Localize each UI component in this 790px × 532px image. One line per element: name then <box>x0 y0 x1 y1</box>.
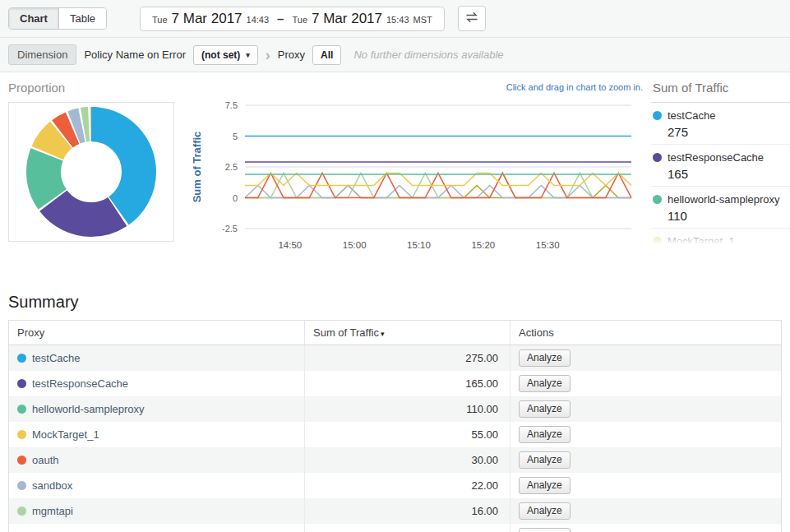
policy-dimension-label: Policy Name on Error <box>84 49 186 61</box>
policy-value: (not set) <box>201 49 240 61</box>
analyze-button[interactable]: Analyze <box>519 426 571 443</box>
legend-item[interactable]: testResponseCache165 <box>651 145 790 187</box>
analyze-button[interactable]: Analyze <box>519 349 571 367</box>
legend-series-name: helloworld-sampleproxy <box>668 193 780 206</box>
legend-panel: Sum of Traffic testCache275testResponseC… <box>651 77 790 247</box>
traffic-chart-panel: Click and drag in chart to zoom in. 7.55… <box>189 72 646 283</box>
traffic-value-cell: 22.00 <box>305 473 510 498</box>
series-color-dot <box>17 430 26 439</box>
summary-table: Proxy Sum of Traffic▾ Actions testCache2… <box>8 320 782 532</box>
summary-section: Summary Proxy Sum of Traffic▾ Actions te… <box>0 293 790 532</box>
actions-cell: Analyze <box>510 498 782 524</box>
svg-text:14:50: 14:50 <box>278 240 302 250</box>
series-color-dot <box>653 195 662 204</box>
legend-item[interactable]: helloworld-sampleproxy110 <box>651 187 790 229</box>
proxy-cell: MockTarget_1 <box>9 422 305 447</box>
legend-title: Sum of Traffic <box>651 77 790 103</box>
proxy-cell: helloworld-sampleproxy <box>9 396 305 422</box>
top-toolbar: Chart Table Tue 7 Mar 2017 14:43 – Tue 7… <box>0 0 790 38</box>
swap-arrows-icon <box>465 12 478 25</box>
series-color-dot <box>653 153 662 162</box>
legend-item[interactable]: testCache275 <box>651 103 790 145</box>
analyze-button[interactable]: Analyze <box>519 477 571 494</box>
series-color-dot <box>17 354 26 363</box>
dimension-chip: Dimension <box>8 44 76 65</box>
actions-cell: Analyze <box>510 524 782 532</box>
proxy-cell: mgmtapi <box>9 498 305 524</box>
series-color-dot <box>17 507 26 516</box>
table-row: testCache275.00Analyze <box>9 345 782 372</box>
start-date: 7 Mar 2017 <box>172 11 243 27</box>
proxy-filter-button[interactable]: All <box>312 45 341 65</box>
proxy-filter-value: All <box>321 49 333 61</box>
legend-series-value: 110 <box>668 209 790 223</box>
series-color-dot <box>17 405 26 414</box>
col-proxy: Proxy <box>9 321 305 345</box>
traffic-value-cell: 165.00 <box>305 371 510 396</box>
series-color-dot <box>17 481 26 490</box>
end-day-name: Tue <box>292 15 307 25</box>
chart-tab[interactable]: Chart <box>9 8 58 29</box>
legend-series-value: 275 <box>668 125 790 139</box>
view-toggle: Chart Table <box>8 7 107 30</box>
zoom-hint-text: Click and drag in chart to zoom in. <box>506 82 643 92</box>
series-color-dot <box>17 456 26 465</box>
date-range-picker[interactable]: Tue 7 Mar 2017 14:43 – Tue 7 Mar 2017 15… <box>140 7 445 31</box>
summary-heading: Summary <box>8 293 782 312</box>
chevron-down-icon: ▾ <box>246 51 250 59</box>
traffic-line-chart[interactable]: 7.552.50-2.514:5015:0015:1015:2015:30Sum… <box>189 94 646 258</box>
table-row: oauth30.00Analyze <box>9 447 782 473</box>
proportion-title: Proportion <box>8 81 174 95</box>
col-sum-of-traffic[interactable]: Sum of Traffic▾ <box>305 321 510 345</box>
svg-text:15:20: 15:20 <box>471 240 495 250</box>
svg-text:15:10: 15:10 <box>407 240 431 250</box>
table-header-row: Proxy Sum of Traffic▾ Actions <box>9 321 782 345</box>
actions-cell: Analyze <box>510 422 782 447</box>
proxy-cell: testCache <box>9 345 305 372</box>
table-row: mgmtapi16.00Analyze <box>9 498 782 524</box>
table-row: MockTarget_155.00Analyze <box>9 422 782 447</box>
legend-series-value: 165 <box>668 167 790 181</box>
proportion-donut-chart[interactable] <box>25 106 157 238</box>
analytics-page: Chart Table Tue 7 Mar 2017 14:43 – Tue 7… <box>0 0 790 532</box>
actions-cell: Analyze <box>510 396 782 422</box>
chevron-right-icon: › <box>266 48 270 62</box>
svg-text:15:30: 15:30 <box>536 240 560 250</box>
actions-cell: Analyze <box>510 371 782 396</box>
donut-chart-box <box>8 102 174 242</box>
legend-list[interactable]: testCache275testResponseCache165hellowor… <box>651 103 790 247</box>
legend-item[interactable]: MockTarget_155 <box>651 229 790 247</box>
analyze-button[interactable]: Analyze <box>519 451 571 469</box>
legend-series-name: MockTarget_1 <box>668 235 735 247</box>
table-row: MockTarget_23.00Analyze <box>9 524 782 532</box>
sort-caret-icon: ▾ <box>381 330 385 338</box>
policy-value-dropdown[interactable]: (not set) ▾ <box>193 45 258 65</box>
proxy-cell: oauth <box>9 447 305 473</box>
timezone-label: MST <box>413 15 432 25</box>
start-day-name: Tue <box>152 15 168 25</box>
analyze-button[interactable]: Analyze <box>519 502 571 520</box>
analyze-button[interactable]: Analyze <box>519 528 571 532</box>
actions-cell: Analyze <box>510 473 782 498</box>
date-range-separator: – <box>277 12 284 25</box>
proportion-panel: Proportion <box>8 81 174 242</box>
analyze-button[interactable]: Analyze <box>519 375 571 392</box>
svg-text:15:00: 15:00 <box>343 240 367 250</box>
svg-text:-2.5: -2.5 <box>222 224 238 234</box>
refresh-button[interactable] <box>458 6 486 31</box>
col-actions: Actions <box>510 321 782 345</box>
traffic-value-cell: 55.00 <box>305 422 510 447</box>
svg-text:0: 0 <box>233 193 238 203</box>
dimension-toolbar: Dimension Policy Name on Error (not set)… <box>0 38 790 72</box>
analyze-button[interactable]: Analyze <box>519 400 571 418</box>
series-color-dot <box>17 379 26 388</box>
table-tab[interactable]: Table <box>58 8 106 29</box>
svg-text:2.5: 2.5 <box>225 162 238 172</box>
legend-series-name: testCache <box>668 109 716 122</box>
actions-cell: Analyze <box>510 447 782 473</box>
traffic-value-cell: 30.00 <box>305 447 510 473</box>
legend-series-name: testResponseCache <box>668 151 764 164</box>
series-color-dot <box>653 237 662 246</box>
actions-cell: Analyze <box>510 345 782 372</box>
table-row: sandbox22.00Analyze <box>9 473 782 498</box>
